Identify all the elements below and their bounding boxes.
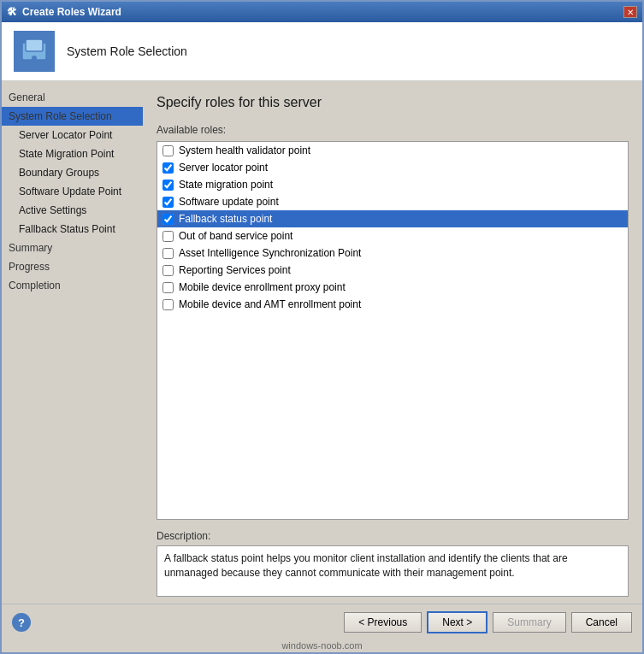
main-panel: Specify roles for this server Available …	[143, 81, 642, 604]
role-label-fallback-status-point: Fallback status point	[179, 213, 272, 225]
description-text: A fallback status point helps you monito…	[157, 545, 629, 597]
sidebar-item-system-role-selection[interactable]: System Role Selection	[2, 107, 143, 126]
role-checkbox-asset-intelligence-sync[interactable]	[162, 248, 174, 259]
role-item-out-of-band-service[interactable]: Out of band service point	[157, 227, 628, 245]
bottom-bar: ? < Previous Next > Summary Cancel	[2, 604, 642, 640]
header-title: System Role Selection	[67, 44, 187, 58]
svg-rect-3	[29, 61, 39, 62]
svg-point-2	[32, 56, 37, 61]
role-checkbox-mobile-device-amt-enrollment[interactable]	[162, 299, 174, 310]
svg-rect-1	[26, 39, 43, 51]
description-label: Description:	[157, 530, 629, 542]
role-item-system-health-validator[interactable]: System health validator point	[157, 142, 628, 159]
sidebar-item-general[interactable]: General	[2, 88, 143, 107]
role-item-fallback-status-point[interactable]: Fallback status point	[157, 210, 628, 227]
create-roles-wizard: 🛠 Create Roles Wizard ✕ System Role Sele…	[0, 0, 644, 654]
role-checkbox-state-migration-point[interactable]	[162, 180, 174, 191]
role-label-state-migration-point: State migration point	[179, 179, 273, 191]
roles-list[interactable]: System health validator pointServer loca…	[157, 141, 629, 520]
role-checkbox-fallback-status-point[interactable]	[162, 214, 174, 225]
role-checkbox-reporting-services[interactable]	[162, 265, 174, 276]
title-bar-icon: 🛠	[7, 6, 17, 18]
cancel-button[interactable]: Cancel	[571, 612, 632, 633]
role-checkbox-out-of-band-service[interactable]	[162, 231, 174, 242]
role-checkbox-mobile-device-enrollment-proxy[interactable]	[162, 282, 174, 293]
role-item-software-update-point[interactable]: Software update point	[157, 193, 628, 210]
page-title: Specify roles for this server	[157, 95, 629, 110]
help-button[interactable]: ?	[12, 613, 31, 632]
sidebar-item-software-update-point[interactable]: Software Update Point	[2, 182, 143, 201]
role-item-server-locator-point[interactable]: Server locator point	[157, 159, 628, 176]
role-item-asset-intelligence-sync[interactable]: Asset Intelligence Synchronization Point	[157, 245, 628, 262]
sidebar-item-fallback-status-point[interactable]: Fallback Status Point	[2, 220, 143, 239]
role-label-mobile-device-amt-enrollment: Mobile device and AMT enrollment point	[179, 298, 361, 310]
content-area: GeneralSystem Role SelectionServer Locat…	[2, 81, 642, 604]
role-item-mobile-device-enrollment-proxy[interactable]: Mobile device enrollment proxy point	[157, 279, 628, 296]
title-bar-label: Create Roles Wizard	[22, 6, 121, 18]
next-button[interactable]: Next >	[427, 611, 487, 633]
role-label-out-of-band-service: Out of band service point	[179, 230, 292, 242]
role-label-reporting-services: Reporting Services point	[179, 264, 291, 276]
role-label-server-locator-point: Server locator point	[179, 162, 268, 174]
sidebar-item-progress[interactable]: Progress	[2, 257, 143, 276]
role-checkbox-server-locator-point[interactable]	[162, 162, 174, 174]
description-section: Description: A fallback status point hel…	[157, 530, 629, 597]
role-item-reporting-services[interactable]: Reporting Services point	[157, 262, 628, 279]
sidebar: GeneralSystem Role SelectionServer Locat…	[2, 81, 143, 604]
watermark: windows-noob.com	[2, 640, 642, 652]
header-bar: System Role Selection	[2, 22, 642, 81]
close-button[interactable]: ✕	[623, 6, 637, 18]
role-label-software-update-point: Software update point	[179, 196, 279, 208]
role-label-mobile-device-enrollment-proxy: Mobile device enrollment proxy point	[179, 281, 346, 293]
sidebar-item-boundary-groups[interactable]: Boundary Groups	[2, 163, 143, 182]
role-item-state-migration-point[interactable]: State migration point	[157, 176, 628, 193]
sidebar-item-state-migration-point[interactable]: State Migration Point	[2, 144, 143, 163]
sidebar-item-completion[interactable]: Completion	[2, 276, 143, 295]
available-roles-label: Available roles:	[157, 124, 629, 136]
role-checkbox-software-update-point[interactable]	[162, 197, 174, 208]
sidebar-item-server-locator-point[interactable]: Server Locator Point	[2, 126, 143, 144]
header-icon	[14, 31, 55, 72]
title-bar: 🛠 Create Roles Wizard ✕	[2, 2, 642, 22]
bottom-buttons: < Previous Next > Summary Cancel	[344, 611, 632, 633]
sidebar-item-active-settings[interactable]: Active Settings	[2, 201, 143, 220]
role-item-mobile-device-amt-enrollment[interactable]: Mobile device and AMT enrollment point	[157, 296, 628, 313]
sidebar-item-summary[interactable]: Summary	[2, 239, 143, 257]
previous-button[interactable]: < Previous	[344, 612, 422, 633]
summary-button[interactable]: Summary	[493, 612, 565, 633]
role-checkbox-system-health-validator[interactable]	[162, 145, 174, 156]
role-label-asset-intelligence-sync: Asset Intelligence Synchronization Point	[179, 247, 361, 259]
role-label-system-health-validator: System health validator point	[179, 144, 310, 156]
